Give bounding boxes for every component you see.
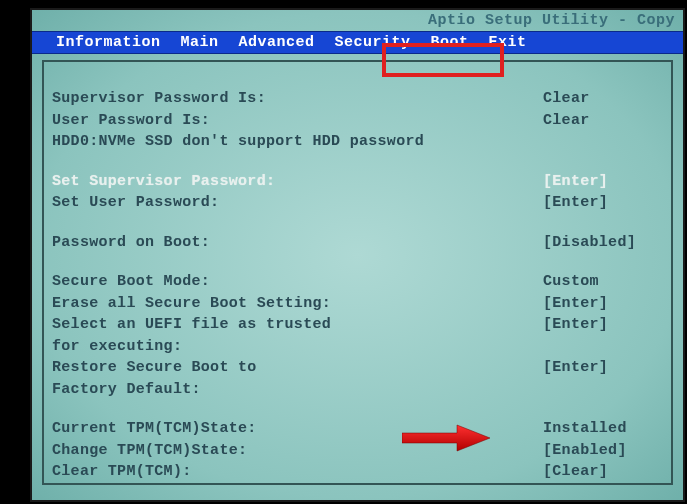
menu-item-main[interactable]: Main xyxy=(171,34,229,51)
menu-bar: Information Main Advanced Security Boot … xyxy=(32,31,683,54)
change-tpm-label: Change TPM(TCM)State: xyxy=(52,441,543,461)
set-user-password[interactable]: Set User Password: [Enter] xyxy=(52,192,663,214)
erase-secure-boot-label: Erase all Secure Boot Setting: xyxy=(52,294,543,314)
clear-tpm[interactable]: Clear TPM(TCM): [Clear] xyxy=(52,461,663,483)
set-supervisor-label: Set Supervisor Password: xyxy=(52,172,543,192)
menu-item-exit[interactable]: Exit xyxy=(479,34,537,51)
password-on-boot-value: [Disabled] xyxy=(543,233,663,253)
menu-item-security[interactable]: Security xyxy=(325,34,421,51)
supervisor-password-value: Clear xyxy=(543,89,663,109)
secure-boot-mode[interactable]: Secure Boot Mode: Custom xyxy=(52,271,663,293)
change-tpm-state[interactable]: Change TPM(TCM)State: [Enabled] xyxy=(52,440,663,462)
set-supervisor-value: [Enter] xyxy=(543,172,663,192)
restore-secure-boot-label: Restore Secure Boot to xyxy=(52,358,543,378)
current-tpm-label: Current TPM(TCM)State: xyxy=(52,419,543,439)
secure-boot-mode-value: Custom xyxy=(543,272,663,292)
set-user-value: [Enter] xyxy=(543,193,663,213)
hdd0-status: HDD0:NVMe SSD don't support HDD password xyxy=(52,131,663,153)
title-bar: Aptio Setup Utility - Copy xyxy=(32,10,683,29)
user-password-status: User Password Is: Clear xyxy=(52,110,663,132)
restore-secure-boot-line2: Factory Default: xyxy=(52,379,663,401)
set-user-label: Set User Password: xyxy=(52,193,543,213)
menu-item-boot[interactable]: Boot xyxy=(421,34,479,51)
erase-secure-boot[interactable]: Erase all Secure Boot Setting: [Enter] xyxy=(52,293,663,315)
change-tpm-value: [Enabled] xyxy=(543,441,663,461)
supervisor-password-status: Supervisor Password Is: Clear xyxy=(52,88,663,110)
restore-secure-boot[interactable]: Restore Secure Boot to [Enter] xyxy=(52,357,663,379)
select-uefi-file-line2: for executing: xyxy=(52,336,663,358)
menu-item-information[interactable]: Information xyxy=(32,34,171,51)
set-supervisor-password[interactable]: Set Supervisor Password: [Enter] xyxy=(52,171,663,193)
bios-screen: Aptio Setup Utility - Copy Information M… xyxy=(30,8,685,502)
secure-boot-mode-label: Secure Boot Mode: xyxy=(52,272,543,292)
content-panel: Supervisor Password Is: Clear User Passw… xyxy=(42,60,673,485)
password-on-boot-label: Password on Boot: xyxy=(52,233,543,253)
select-uefi-file[interactable]: Select an UEFI file as trusted [Enter] xyxy=(52,314,663,336)
restore-secure-boot-value: [Enter] xyxy=(543,358,663,378)
current-tpm-value: Installed xyxy=(543,419,663,439)
clear-tpm-label: Clear TPM(TCM): xyxy=(52,462,543,482)
password-on-boot[interactable]: Password on Boot: [Disabled] xyxy=(52,232,663,254)
select-uefi-value: [Enter] xyxy=(543,315,663,335)
clear-tpm-value: [Clear] xyxy=(543,462,663,482)
erase-secure-boot-value: [Enter] xyxy=(543,294,663,314)
supervisor-password-label: Supervisor Password Is: xyxy=(52,89,543,109)
user-password-value: Clear xyxy=(543,111,663,131)
select-uefi-label: Select an UEFI file as trusted xyxy=(52,315,543,335)
current-tpm-state: Current TPM(TCM)State: Installed xyxy=(52,418,663,440)
user-password-label: User Password Is: xyxy=(52,111,543,131)
menu-item-advanced[interactable]: Advanced xyxy=(229,34,325,51)
